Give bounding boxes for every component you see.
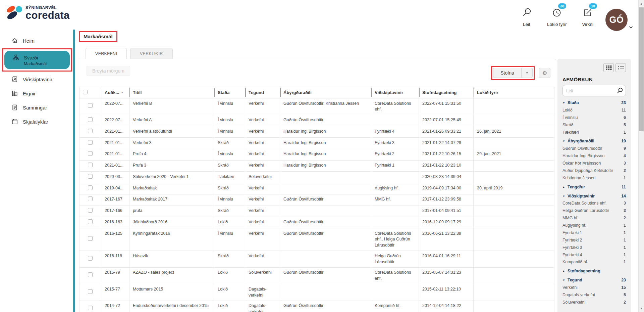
- cell: Lokið: [214, 267, 245, 284]
- scroll-thumb[interactable]: [639, 7, 644, 131]
- table-row[interactable]: 2019-04...MarkaðsátakSkráðVerkefniAuglýs…: [79, 183, 554, 194]
- filter-item[interactable]: Dagatals-verkefni5: [562, 292, 626, 299]
- table-row[interactable]: 2020-03...Söluverkefni 2020 - Verkefni 1…: [79, 172, 554, 183]
- cell: [280, 284, 371, 301]
- table-row[interactable]: 2016-125Kynningarátak 2016Í vinnsluVerke…: [79, 228, 554, 251]
- filter-section-header[interactable]: ►Stofndagsetning: [562, 268, 626, 275]
- settings-button[interactable]: ⚙: [539, 68, 550, 78]
- filter-item[interactable]: Fyrirtæki 31: [562, 244, 626, 252]
- table-row[interactable]: 2022-07...Verkefni AÍ vinnsluVerkefniGuð…: [79, 115, 554, 126]
- sidebar-item-heim[interactable]: Heim: [0, 34, 73, 48]
- filter-item[interactable]: Guðrún Ósvífursdóttir9: [562, 145, 626, 152]
- table-row[interactable]: 2017-166prufaSkráðVerkefni2017-01-04 09:…: [79, 206, 554, 217]
- row-checkbox[interactable]: [88, 117, 93, 122]
- sidebar-item-svaedi[interactable]: Svæði Markaðsmál: [4, 51, 70, 69]
- cell: Prufa 3: [129, 160, 214, 172]
- row-checkbox[interactable]: [88, 236, 93, 241]
- table-view-button[interactable]: [603, 63, 614, 72]
- table-row[interactable]: 2021-01...Verkefni á stöðufundiÍ vinnslu…: [79, 126, 554, 138]
- row-checkbox[interactable]: [88, 163, 93, 167]
- table-row[interactable]: 2021-01...Verkefni 3SkráðVerkefniHaraldu…: [79, 138, 554, 149]
- row-checkbox[interactable]: [88, 185, 93, 190]
- sidebar-item-samningar[interactable]: Samningar: [0, 100, 73, 115]
- row-checkbox[interactable]: [88, 151, 93, 156]
- filter-item[interactable]: Auður Djúpúðga Ketilsdóttir2: [562, 167, 626, 175]
- row-checkbox[interactable]: [88, 174, 93, 179]
- filter-item[interactable]: Söluverkefni2: [562, 299, 626, 306]
- filter-item[interactable]: Tækifæri1: [562, 129, 626, 136]
- scroll-down-icon[interactable]: ▼: [639, 306, 644, 311]
- cell: 2016-163: [101, 217, 129, 228]
- create-dropdown-button[interactable]: ▼: [522, 68, 533, 78]
- sidebar-item-vidskiptavinir[interactable]: Viðskiptavinir: [0, 72, 73, 86]
- filter-item[interactable]: Kristíanna Jessen1: [562, 175, 626, 182]
- table-row[interactable]: 2015-77Mottumars 2015LokiðDagatals-verke…: [79, 284, 554, 301]
- table-row[interactable]: 2022-07...Verkefni BÍ vinnsluVerkefniGuð…: [79, 98, 554, 115]
- search-icon[interactable]: [616, 87, 624, 95]
- row-checkbox[interactable]: [88, 140, 93, 145]
- row-checkbox[interactable]: [88, 272, 93, 277]
- row-checkbox[interactable]: [88, 103, 93, 108]
- filter-section-header[interactable]: ▼Ábyrgðaraðili19: [562, 138, 626, 145]
- search-action[interactable]: Leit: [522, 7, 532, 27]
- filter-item[interactable]: Helga Guðrún Lárusdóttir3: [562, 207, 626, 215]
- table-row[interactable]: 2016-118HúsavíkSkráðVerkefniHelga Guðrún…: [79, 251, 554, 268]
- table-row[interactable]: 2021-01...Prufa 4Í vinnsluVerkefniHarald…: [79, 149, 554, 160]
- row-checkbox[interactable]: [88, 306, 93, 310]
- row-checkbox[interactable]: [88, 129, 93, 133]
- column-header[interactable]: Lokið fyrir: [474, 87, 554, 98]
- filter-section-header[interactable]: ▼Viðskiptavinir14: [562, 193, 626, 200]
- scrollbar[interactable]: ▲ ▼: [638, 0, 644, 312]
- column-header[interactable]: Titill: [129, 87, 214, 98]
- filter-item[interactable]: MMG hf.2: [562, 215, 626, 222]
- column-header[interactable]: Auðk...▼: [101, 87, 129, 98]
- table-row[interactable]: 2017-167Markaðsátak 2017Í vinnsluVerkefn…: [79, 194, 554, 206]
- filter-item[interactable]: Kompaníið hf.1: [562, 259, 626, 266]
- filter-item[interactable]: Fyrirtæki 11: [562, 229, 626, 237]
- coredata-logo[interactable]: SÝNINGARVÉL coredata: [6, 0, 70, 30]
- list-view-button[interactable]: [615, 63, 626, 72]
- tab-verkefni[interactable]: VERKEFNI: [86, 48, 127, 59]
- filter-item[interactable]: CoreData Solutions ehf.3: [562, 200, 626, 207]
- filter-item[interactable]: Verkefni15: [562, 284, 626, 292]
- due-action[interactable]: 38 Lokið fyrir: [547, 7, 567, 27]
- filter-item[interactable]: Haraldur Ingi Birgisson4: [562, 152, 626, 160]
- filter-section-header[interactable]: ▼Tegund23: [562, 277, 626, 284]
- filter-item[interactable]: Lokið11: [562, 107, 626, 114]
- avatar[interactable]: GÓ: [605, 9, 628, 31]
- scroll-up-icon[interactable]: ▲: [639, 1, 644, 6]
- select-all-checkbox[interactable]: [83, 90, 88, 94]
- filter-item[interactable]: Fyrirtæki 21: [562, 237, 626, 244]
- filter-item[interactable]: Auglýsing hf.1: [562, 222, 626, 229]
- sidebar-item-eignir[interactable]: Eignir: [0, 86, 73, 100]
- column-header[interactable]: Staða: [214, 87, 245, 98]
- row-checkbox[interactable]: [88, 196, 93, 201]
- row-checkbox[interactable]: [88, 289, 93, 294]
- table-row[interactable]: 2021-01...Prufa 3SkráðVerkefniHaraldur I…: [79, 160, 554, 172]
- sidebar-item-skjalalyklar[interactable]: Skjalalyklar: [0, 115, 73, 129]
- table-row[interactable]: 2016-163Jólahlaðborð 2016LokiðVerkefniGu…: [79, 217, 554, 228]
- row-checkbox-cell: [79, 138, 101, 149]
- bulk-edit-button[interactable]: Breyta mörgum: [87, 66, 130, 76]
- filter-section-header[interactable]: ►Tengd/ur11: [562, 184, 626, 191]
- table-row[interactable]: 2015-79AZAZO - sales projectLokiðSöluver…: [79, 267, 554, 284]
- row-checkbox[interactable]: [88, 256, 93, 261]
- table-row[interactable]: 2014-72Endurskoðunarverkefni í desember …: [79, 301, 554, 312]
- filter-item[interactable]: Fyrirtæki 41: [562, 252, 626, 259]
- filter-item[interactable]: Óskar Þór Þráinsson3: [562, 160, 626, 167]
- activity-action[interactable]: 10 Virkni: [582, 7, 593, 27]
- filter-item-label: Óskar Þór Þráinsson: [562, 161, 624, 166]
- filter-item[interactable]: Í vinnslu6: [562, 114, 626, 122]
- column-header[interactable]: Tegund: [245, 87, 280, 98]
- create-button[interactable]: Stofna: [493, 68, 521, 78]
- tab-verklidir[interactable]: VERKLIÐIR: [130, 48, 173, 59]
- user-menu[interactable]: GÓ: [605, 7, 634, 31]
- column-header[interactable]: Ábyrgðaraðili: [280, 87, 371, 98]
- column-header[interactable]: Stofndagsetning: [419, 87, 474, 98]
- row-checkbox[interactable]: [88, 219, 93, 224]
- filter-section-header[interactable]: ▼Staða23: [562, 99, 626, 107]
- filter-item[interactable]: Skráð5: [562, 122, 626, 129]
- column-header[interactable]: Viðskiptavinir: [371, 87, 419, 98]
- cell: Í vinnslu: [214, 194, 245, 206]
- row-checkbox[interactable]: [88, 208, 93, 213]
